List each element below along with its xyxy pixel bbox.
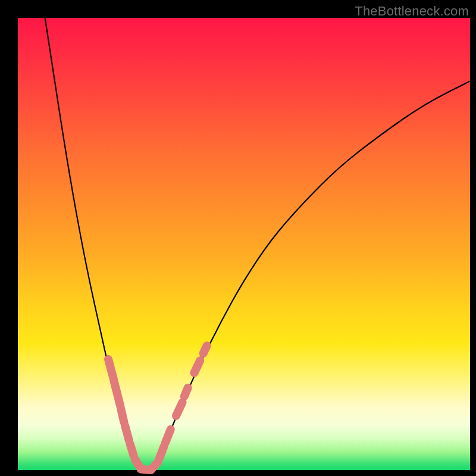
bead bbox=[130, 444, 133, 456]
curve-svg bbox=[18, 18, 470, 470]
bead bbox=[125, 426, 129, 441]
plot-area bbox=[18, 18, 470, 470]
bead bbox=[203, 346, 207, 353]
bead bbox=[159, 446, 164, 458]
watermark-text: TheBottleneck.com bbox=[355, 4, 469, 19]
bottleneck-curve bbox=[45, 18, 470, 470]
bead bbox=[194, 361, 200, 373]
bead bbox=[121, 409, 124, 422]
chart-container: TheBottleneck.com bbox=[0, 0, 476, 476]
bead bbox=[176, 402, 183, 416]
bead bbox=[114, 382, 121, 407]
bead bbox=[184, 388, 188, 396]
bead bbox=[151, 462, 158, 470]
bead bbox=[165, 430, 171, 443]
beads-group bbox=[108, 346, 207, 470]
bead bbox=[108, 359, 114, 380]
